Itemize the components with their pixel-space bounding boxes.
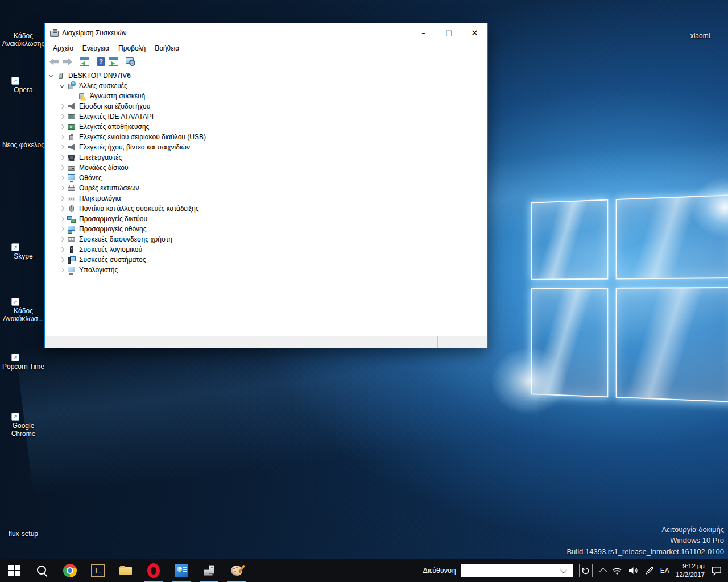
tree-item[interactable]: Μονάδες δίσκου <box>45 163 487 173</box>
tree-item[interactable]: Ελεγκτές ήχου, βίντεο και παιχνιδιών <box>45 142 487 152</box>
status-cell <box>363 336 437 348</box>
expander-chevron-icon[interactable] <box>60 247 64 252</box>
expander-chevron-icon[interactable] <box>60 227 64 231</box>
expander-chevron-icon[interactable] <box>60 257 64 262</box>
tree-item[interactable]: Ελεγκτές IDE ATA/ATAPI <box>45 111 487 122</box>
tree-item[interactable]: Συσκευές διασύνδεσης χρήστη <box>45 234 487 244</box>
tree-item[interactable]: Επεξεργαστές <box>45 152 487 163</box>
desktop-icon-recycle-bin[interactable]: ↗ Κάδος Ανακύκλωσης <box>1 5 46 48</box>
expander-chevron-icon[interactable] <box>60 217 64 221</box>
taskbar-opera[interactable] <box>139 559 167 582</box>
start-button[interactable] <box>0 559 28 582</box>
menu-item[interactable]: Προβολή <box>114 43 150 53</box>
tree-item[interactable]: Ουρές εκτυπώσεων <box>45 183 487 193</box>
taskbar-device-manager[interactable] <box>195 559 223 582</box>
tree-item[interactable]: Προσαρμογείς οθόνης <box>45 224 487 234</box>
desktop-icon-xiaomi[interactable]: ↗ xiaomi <box>678 5 722 40</box>
expander-chevron-icon[interactable] <box>60 186 64 190</box>
address-input[interactable] <box>462 564 561 577</box>
tree-item[interactable]: Συσκευές λογισμικού <box>45 244 487 255</box>
search-button[interactable] <box>28 559 56 582</box>
desktop-icon-label: Opera <box>1 86 46 94</box>
volume-icon[interactable] <box>628 566 638 575</box>
address-dropdown-icon[interactable] <box>560 567 566 573</box>
expander-chevron-icon[interactable] <box>60 165 64 170</box>
toolbar: ? <box>45 55 487 69</box>
action-pane-button[interactable] <box>109 57 118 66</box>
tree-item[interactable]: Άλλες συσκευές <box>45 81 487 91</box>
tree-item[interactable]: Ελεγκτές αποθήκευσης <box>45 122 487 132</box>
shortcut-arrow-icon: ↗ <box>11 243 19 251</box>
expander-chevron-icon[interactable] <box>60 104 64 109</box>
tree-item[interactable]: Συσκευές συστήματος <box>45 255 487 265</box>
menu-item[interactable]: Ενέργεια <box>78 43 114 53</box>
device-category-icon <box>67 215 76 223</box>
taskbar-league-of-legends[interactable]: L <box>84 559 111 582</box>
show-hidden-icons-chevron[interactable] <box>599 568 607 575</box>
tree-item[interactable]: Άγνωστη συσκευή <box>45 91 487 101</box>
expander-chevron-icon[interactable] <box>60 114 64 119</box>
back-button[interactable] <box>49 58 59 65</box>
taskbar-paint[interactable] <box>223 559 251 582</box>
device-category-icon <box>67 153 76 162</box>
device-category-icon <box>67 143 76 152</box>
taskbar-file-explorer[interactable] <box>111 559 139 582</box>
expander-chevron-icon[interactable] <box>60 82 64 87</box>
forward-button[interactable] <box>63 58 72 65</box>
windows-logo-pane <box>616 194 728 280</box>
titlebar[interactable]: Διαχείριση Συσκευών – □ ✕ <box>45 23 487 42</box>
taskbar: L Διεύθυνση <box>0 559 728 582</box>
maximize-button[interactable]: □ <box>436 23 462 42</box>
taskbar-clock[interactable]: 9:12 μμ 12/2/2017 <box>676 562 705 579</box>
taskbar-system-panel[interactable] <box>167 559 195 582</box>
tree-item[interactable]: Πληκτρολόγια <box>45 193 487 203</box>
tree-item[interactable]: Υπολογιστής <box>45 265 487 275</box>
device-category-icon <box>67 256 76 264</box>
expander-chevron-icon[interactable] <box>49 72 53 77</box>
desktop-icon-google-chrome[interactable]: ↗ Google Chrome <box>1 394 46 438</box>
desktop-icon-flux-setup[interactable]: ↗ flux-setup <box>1 502 46 538</box>
desktop-icon-recycle-bin-2[interactable]: ↗ Κάδος Ανακύκλωσ... <box>1 280 46 323</box>
desktop-icon-opera[interactable]: ↗ Opera <box>1 59 46 94</box>
menu-item[interactable]: Αρχείο <box>48 43 78 53</box>
taskbar-app-icon <box>202 564 216 577</box>
expander-chevron-icon[interactable] <box>60 237 64 242</box>
help-button[interactable]: ? <box>97 57 105 66</box>
expander-chevron-icon[interactable] <box>60 124 64 129</box>
windows-ink-pen-icon[interactable] <box>644 566 654 575</box>
desktop-icon-new-folder[interactable]: ↗ Νέος φάκελος <box>1 114 46 149</box>
minimize-button[interactable]: – <box>411 23 436 42</box>
app-icon: ↗ <box>10 502 36 529</box>
expander-chevron-icon[interactable] <box>60 155 64 160</box>
expander-chevron-icon[interactable] <box>60 206 64 211</box>
wifi-icon[interactable] <box>612 566 622 575</box>
tree-item[interactable]: DESKTOP-DN97IV6 <box>45 70 487 81</box>
desktop-icon-popcorn-time[interactable]: ↗ Popcorn Time <box>1 335 46 371</box>
tree-item[interactable]: Προσαρμογείς δικτύου <box>45 214 487 224</box>
expander-chevron-icon[interactable] <box>60 176 64 180</box>
tree-item[interactable]: Ποντίκια και άλλες συσκευές κατάδειξης <box>45 203 487 214</box>
status-bar <box>45 336 487 348</box>
tree-item-label: Άλλες συσκευές <box>78 82 127 90</box>
scan-hardware-changes-button[interactable] <box>126 57 135 66</box>
desktop-icon-skype[interactable]: ↗ Skype <box>1 225 46 261</box>
expander-chevron-icon[interactable] <box>60 268 64 272</box>
menu-item[interactable]: Βοήθεια <box>150 43 184 53</box>
address-go-button[interactable] <box>579 564 593 577</box>
tree-item[interactable]: Οθόνες <box>45 173 487 183</box>
taskbar-app-icon <box>119 564 133 577</box>
taskbar-chrome[interactable] <box>56 559 84 582</box>
expander-chevron-icon[interactable] <box>60 196 64 201</box>
close-button[interactable]: ✕ <box>462 23 487 42</box>
expander-chevron-icon[interactable] <box>60 145 64 149</box>
device-category-icon <box>67 246 76 254</box>
console-tree-button[interactable] <box>80 57 89 66</box>
tree-item-label: Επεξεργαστές <box>78 153 122 161</box>
language-indicator[interactable]: ΕΛ <box>660 567 669 575</box>
expander-chevron-icon[interactable] <box>60 135 64 139</box>
tree-item[interactable]: Ελεγκτές ενιαίου σειριακού διαύλου (USB) <box>45 132 487 142</box>
tree-item[interactable]: Είσοδοι και έξοδοι ήχου <box>45 101 487 111</box>
desktop-icon-label: flux-setup <box>1 530 46 538</box>
status-cell <box>437 336 487 348</box>
action-center-icon[interactable] <box>711 566 722 576</box>
